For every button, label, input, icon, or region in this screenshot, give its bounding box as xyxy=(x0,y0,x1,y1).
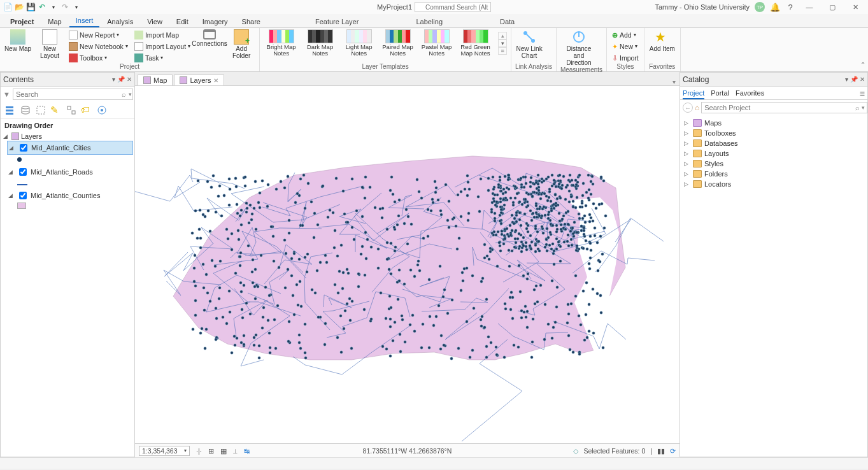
styles-add-button[interactable]: ⊕Add▾ xyxy=(611,29,640,40)
templates-up-icon[interactable]: ▴ xyxy=(498,32,507,39)
list-by-editing-icon[interactable]: ✎ xyxy=(50,104,62,116)
view-tab-layers[interactable]: Layers✕ xyxy=(174,75,224,85)
list-by-drawing-order-icon[interactable] xyxy=(4,104,16,116)
template-2[interactable]: Light Map Notes xyxy=(341,29,376,57)
catalog-dropdown-icon[interactable]: ▾ xyxy=(845,76,848,83)
new-link-chart-button[interactable]: New Link Chart xyxy=(515,29,543,59)
list-by-selection-icon[interactable] xyxy=(35,104,46,116)
refresh-icon[interactable]: ⟳ xyxy=(670,447,676,455)
redo-icon[interactable]: ↷ xyxy=(60,2,70,12)
list-by-labeling-icon[interactable]: 🏷 xyxy=(81,104,92,116)
catalog-home-icon[interactable]: ⌂ xyxy=(695,103,699,112)
catalog-tab-portal[interactable]: Portal xyxy=(711,88,729,99)
minimize-button[interactable]: — xyxy=(800,3,818,11)
layer-visibility-checkbox[interactable] xyxy=(19,192,27,199)
avatar[interactable]: TP xyxy=(755,2,765,12)
tab-project[interactable]: Project xyxy=(4,16,40,27)
toolbox-button[interactable]: Toolbox▾ xyxy=(68,52,129,63)
tab-view[interactable]: View xyxy=(141,16,169,27)
list-by-snapping-icon[interactable] xyxy=(66,104,77,116)
contents-search-input[interactable] xyxy=(13,89,133,100)
new-layout-button[interactable]: New Layout xyxy=(36,29,64,59)
catalog-back-icon[interactable]: ← xyxy=(683,103,693,113)
distance-direction-button[interactable]: Distance and Direction xyxy=(560,29,597,66)
new-report-button[interactable]: New Report▾ xyxy=(68,29,129,40)
contents-close-icon[interactable]: ✕ xyxy=(127,76,132,83)
search-icon[interactable]: ⌕ xyxy=(122,90,126,98)
template-0[interactable]: Bright Map Notes xyxy=(264,29,299,57)
save-icon[interactable]: 💾 xyxy=(25,2,36,12)
pause-drawing-icon[interactable]: ▮▮ xyxy=(657,447,665,455)
catalog-item[interactable]: ▷Locators xyxy=(681,179,866,189)
template-1[interactable]: Dark Map Notes xyxy=(302,29,338,57)
layer-visibility-checkbox[interactable] xyxy=(20,144,27,152)
tree-root[interactable]: ◢Layers xyxy=(2,132,133,141)
catalog-item[interactable]: ▷Layouts xyxy=(681,148,866,159)
new-map-button[interactable]: New Map xyxy=(4,29,32,52)
tab-imagery[interactable]: Imagery xyxy=(196,16,234,27)
template-4[interactable]: Pastel Map Notes xyxy=(419,29,454,57)
templates-more-icon[interactable]: ≡ xyxy=(498,47,507,55)
catalog-close-icon[interactable]: ✕ xyxy=(860,76,865,83)
catalog-menu-icon[interactable]: ≡ xyxy=(860,89,865,99)
layer-node[interactable]: ◢Mid_Atlantic_Counties xyxy=(7,189,133,202)
tab-edit[interactable]: Edit xyxy=(170,16,195,27)
context-tab-feature-layer[interactable]: Feature Layer xyxy=(306,16,367,27)
notifications-icon[interactable]: 🔔 xyxy=(770,3,780,12)
catalog-search-input[interactable] xyxy=(701,102,867,113)
view-tab-map[interactable]: Map xyxy=(138,75,173,85)
close-button[interactable]: ✕ xyxy=(846,3,864,11)
layer-visibility-checkbox[interactable] xyxy=(19,168,27,176)
undo-icon[interactable]: ↶ xyxy=(37,2,47,12)
status-grid-icon[interactable]: ▦ xyxy=(220,447,227,455)
catalog-item[interactable]: ▷Maps xyxy=(681,118,866,128)
layer-node[interactable]: ◢Mid_Atlantic_Cities xyxy=(7,141,133,155)
tab-share[interactable]: Share xyxy=(236,16,267,27)
connections-button[interactable]: Connections xyxy=(196,29,224,47)
help-icon[interactable]: ? xyxy=(785,3,795,12)
view-options-icon[interactable]: ▾ xyxy=(672,78,676,85)
catalog-tab-favorites[interactable]: Favorites xyxy=(736,88,764,99)
task-button[interactable]: Task▾ xyxy=(133,52,192,63)
scale-selector[interactable]: 1:3,354,363▾ xyxy=(139,446,190,456)
catalog-item[interactable]: ▷Folders xyxy=(681,169,866,179)
status-correction-icon[interactable]: ↹ xyxy=(244,447,250,455)
add-item-button[interactable]: ★Add Item xyxy=(648,29,676,52)
command-search-input[interactable] xyxy=(415,2,491,12)
add-folder-button[interactable]: +Add Folder xyxy=(227,29,255,59)
catalog-search-icon[interactable]: ⌕ xyxy=(855,104,860,111)
status-tool-1[interactable]: ·|· xyxy=(196,447,202,455)
templates-down-icon[interactable]: ▾ xyxy=(498,39,507,47)
close-tab-icon[interactable]: ✕ xyxy=(213,77,218,84)
map-canvas[interactable] xyxy=(135,86,679,443)
redo-menu-icon[interactable]: ▾ xyxy=(71,2,82,12)
maximize-button[interactable]: ▢ xyxy=(823,3,841,11)
catalog-item[interactable]: ▷Toolboxes xyxy=(681,128,866,138)
tab-map[interactable]: Map xyxy=(41,16,68,27)
styles-new-button[interactable]: ✦New▾ xyxy=(611,41,640,52)
catalog-pin-icon[interactable]: 📌 xyxy=(850,76,858,83)
collapse-ribbon-icon[interactable]: ⌃ xyxy=(860,61,865,68)
template-3[interactable]: Paired Map Notes xyxy=(380,29,415,57)
catalog-search-menu-icon[interactable]: ▾ xyxy=(862,104,865,111)
filter-icon[interactable]: ▼ xyxy=(3,90,10,98)
open-project-icon[interactable]: 📂 xyxy=(14,2,24,12)
new-notebook-button[interactable]: New Notebook▾ xyxy=(68,41,129,52)
list-by-source-icon[interactable] xyxy=(20,104,31,116)
context-tab-data[interactable]: Data xyxy=(491,16,523,27)
status-constraint-icon[interactable]: ⟂ xyxy=(233,447,238,455)
catalog-tab-project[interactable]: Project xyxy=(683,88,704,99)
tab-analysis[interactable]: Analysis xyxy=(101,16,139,27)
contents-pin-icon[interactable]: 📌 xyxy=(117,76,125,83)
import-map-button[interactable]: Import Map xyxy=(133,29,192,40)
catalog-item[interactable]: ▷Databases xyxy=(681,138,866,148)
tab-insert[interactable]: Insert xyxy=(69,15,100,27)
contents-search-menu-icon[interactable]: ▾ xyxy=(129,91,132,97)
styles-import-button[interactable]: ⇩Import xyxy=(611,52,640,63)
list-by-perception-icon[interactable] xyxy=(96,104,108,116)
template-5[interactable]: Red Green Map Notes xyxy=(458,29,493,57)
contents-dropdown-icon[interactable]: ▾ xyxy=(112,76,115,83)
catalog-item[interactable]: ▷Styles xyxy=(681,159,866,169)
context-tab-labeling[interactable]: Labeling xyxy=(407,16,452,27)
status-snap-icon[interactable]: ⊞ xyxy=(208,447,214,455)
